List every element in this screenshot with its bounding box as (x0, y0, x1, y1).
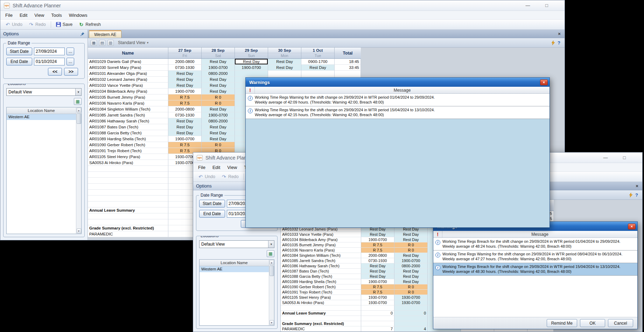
shift-cell[interactable]: Rest Day (168, 118, 202, 124)
row-name-cell[interactable]: AR01105 Steel Henry (Para) (281, 295, 361, 300)
shift-cell[interactable]: Rest Day (202, 124, 235, 130)
lightning-icon[interactable] (552, 41, 555, 45)
shift-cell[interactable]: Rest Day (168, 130, 202, 136)
warning-message-row[interactable]: iWorking Time Regs Warning for the shift… (246, 106, 550, 119)
row-name-cell[interactable]: AR01090 Gerber Robert (Tech) (281, 284, 361, 290)
column-header-day[interactable]: 1 OctTue (301, 48, 335, 58)
start-date-input[interactable] (34, 48, 65, 55)
undo-button[interactable]: Undo (2, 21, 25, 28)
shift-cell[interactable]: 1900-0700 (235, 65, 268, 71)
row-name-cell[interactable]: AR01087 Bates Dan (Tech) (281, 269, 361, 274)
row-name-cell[interactable]: AR01105 Steel Henry (Para) (88, 154, 168, 160)
shift-cell[interactable] (394, 316, 428, 321)
menu-tools[interactable]: Tools (48, 11, 65, 19)
remind-me-button[interactable]: Remind Me (547, 319, 577, 327)
chevron-down-icon[interactable]: ▼ (268, 241, 274, 248)
shift-cell[interactable]: 0 (361, 311, 394, 316)
shift-cell[interactable]: 0800-2000 (202, 118, 235, 124)
shift-cell[interactable]: Rest Day (361, 269, 394, 274)
scrollbar-thumb[interactable] (270, 266, 274, 276)
row-name-cell[interactable] (281, 316, 361, 321)
shift-cell[interactable]: Rest Day (361, 274, 394, 279)
end-date-browse-button[interactable]: ... (66, 58, 74, 65)
row-name-cell[interactable]: AR01031 Alexander Olga (Para) (88, 71, 168, 77)
shift-cell[interactable] (268, 71, 301, 77)
menu-edit[interactable]: Edit (209, 163, 224, 171)
row-name-cell[interactable]: AR01089 Harding Sheila (Tech) (281, 279, 361, 284)
shift-cell[interactable]: Rest Day (394, 279, 428, 284)
shift-cell[interactable] (394, 305, 428, 311)
row-name-cell[interactable] (88, 202, 168, 207)
shift-cell[interactable]: Rest Day (168, 77, 202, 83)
end-date-button[interactable]: End Date (199, 210, 225, 218)
tab-western-ae[interactable]: Western AE (89, 30, 121, 38)
row-name-cell[interactable] (88, 184, 168, 190)
minimize-button[interactable]: — (523, 3, 532, 8)
shift-cell[interactable]: R 7.5 (168, 142, 202, 148)
row-name-cell[interactable]: AR01035 Burnett Jimmy (Para) (281, 242, 361, 248)
shift-cell[interactable]: R 0 (394, 290, 428, 295)
shift-cell[interactable] (301, 71, 335, 77)
view-selector[interactable]: Standard View ▾ (118, 40, 148, 45)
menu-windows[interactable]: Windows (65, 11, 91, 19)
column-header-day[interactable]: 29 SepSun (235, 48, 268, 58)
scrollbar-thumb[interactable] (77, 113, 81, 124)
shift-cell[interactable]: Rest Day (235, 59, 268, 65)
menu-edit[interactable]: Edit (16, 11, 31, 19)
shift-cell[interactable]: Rest Day (361, 232, 394, 237)
row-name-cell[interactable]: AR01091 Trejo Robert (Tech) (88, 148, 168, 154)
shift-cell[interactable]: Rest Day (202, 130, 235, 136)
shift-cell[interactable]: Rest Day (202, 77, 235, 83)
row-name-cell[interactable]: SA0053 Ai Hiroko (Para) (88, 160, 168, 166)
redo-button[interactable]: Redo (219, 173, 241, 180)
row-name-cell[interactable]: AR01090 Gerber Robert (Tech) (88, 142, 168, 148)
row-name-cell[interactable]: Annual Leave Summary (88, 207, 168, 213)
help-icon[interactable]: ? (635, 192, 638, 198)
warning-message-row[interactable]: iWorking Time Regs Warning for the shift… (433, 250, 637, 263)
row-name-cell[interactable]: AR01036 Navarro Karla (Para) (88, 100, 168, 106)
shift-cell[interactable]: R 0 (202, 94, 235, 100)
export-icon[interactable]: ▥ (107, 40, 114, 46)
undo-button[interactable]: Undo (195, 173, 218, 180)
shift-cell[interactable]: Rest Day (168, 71, 202, 77)
maximize-button[interactable]: □ (542, 3, 551, 8)
warning-message-row[interactable]: iWorking Time Regs Breach for the shift … (433, 263, 637, 276)
row-name-cell[interactable]: Grade Summary (excl. Restricted) (281, 321, 361, 326)
shift-cell[interactable]: 0730-1930 (168, 112, 202, 118)
warning-message-row[interactable]: iWorking Time Regs Warning for the shift… (246, 94, 550, 106)
row-name-cell[interactable] (281, 305, 361, 311)
shift-cell[interactable] (235, 71, 268, 77)
row-name-cell[interactable]: AR01084 Singleton William (Tech) (281, 253, 361, 258)
row-name-cell[interactable] (88, 166, 168, 172)
shift-cell[interactable]: 2000-0800 (361, 253, 394, 258)
row-name-cell[interactable]: AR01091 Trejo Robert (Tech) (281, 290, 361, 295)
row-name-cell[interactable]: AR01032 Leonard James (Para) (88, 77, 168, 83)
row-name-cell[interactable] (88, 190, 168, 196)
row-name-cell[interactable]: AR01034 Bilderback Amy (Para) (88, 89, 168, 94)
ok-button[interactable]: OK (580, 319, 605, 327)
row-name-cell[interactable]: AR01084 Singleton William (Tech) (88, 106, 168, 112)
shift-cell[interactable]: 1900-0700 (394, 258, 428, 263)
shift-cell[interactable]: 1930-0700 (361, 295, 394, 300)
dialog-close-button[interactable]: × (628, 224, 636, 229)
window-titlebar[interactable]: ops Shift Advance Planner — □ (0, 0, 565, 11)
location-list-item[interactable]: Western AE (7, 114, 76, 120)
shift-cell[interactable]: 0730-1930 (361, 258, 394, 263)
shift-cell[interactable]: 0 (394, 311, 428, 316)
shift-cell[interactable]: 1900-0700 (168, 136, 202, 142)
shift-cell[interactable]: Rest Day (394, 232, 428, 237)
row-name-cell[interactable] (88, 196, 168, 202)
save-button[interactable]: Save (53, 21, 76, 28)
row-name-cell[interactable]: PARAMEDIC (88, 231, 168, 237)
scroll-up-icon[interactable]: ▲ (270, 260, 274, 265)
location-list-scrollbar[interactable]: ▲ ▼ (76, 107, 81, 234)
shift-cell[interactable]: Rest Day (168, 124, 202, 130)
lightning-icon[interactable] (629, 193, 632, 197)
shift-cell[interactable]: Rest Day (202, 59, 235, 65)
shift-cell[interactable]: 0800-2000 (202, 71, 235, 77)
scroll-up-icon[interactable]: ▲ (77, 108, 81, 113)
start-date-button[interactable]: Start Date (6, 48, 32, 55)
row-name-cell[interactable]: Annual Leave Summary (281, 311, 361, 316)
menu-view[interactable]: View (224, 163, 240, 171)
shift-cell[interactable] (361, 305, 394, 311)
